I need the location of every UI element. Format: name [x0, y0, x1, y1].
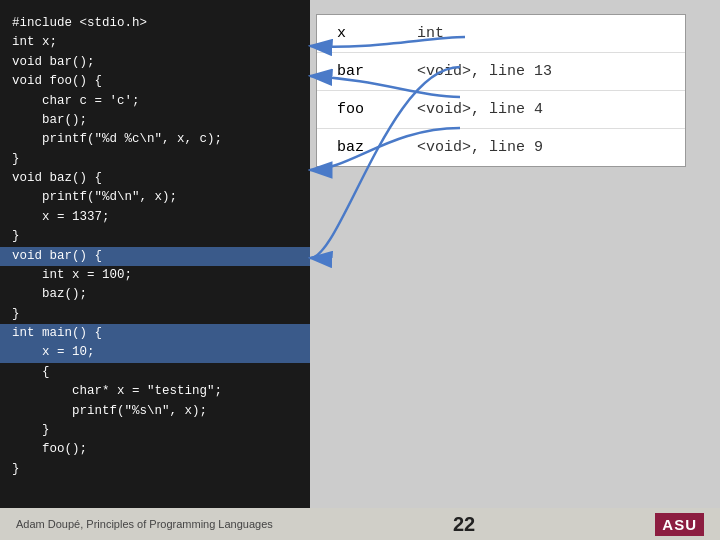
code-line-14: int x = 100; — [12, 268, 132, 282]
code-line-9: void baz() { — [12, 171, 102, 185]
symbol-type: <void>, line 13 — [397, 53, 685, 91]
symbol-name: baz — [317, 129, 397, 167]
code-line-23: foo(); — [12, 442, 87, 456]
asu-logo: ASU — [655, 513, 704, 536]
bottom-bar: Adam Doupé, Principles of Programming La… — [0, 508, 720, 540]
code-line-5: char c = 'c'; — [12, 94, 140, 108]
code-line-2: int x; — [12, 35, 57, 49]
code-line-3: void bar(); — [12, 55, 95, 69]
symbol-name: foo — [317, 91, 397, 129]
attribution-text: Adam Doupé, Principles of Programming La… — [16, 518, 273, 530]
symbol-table: x int bar <void>, line 13 foo <void>, li… — [317, 15, 685, 166]
symbol-type: <void>, line 4 — [397, 91, 685, 129]
code-panel: #include <stdio.h> int x; void bar(); vo… — [0, 0, 310, 540]
symbol-name: x — [317, 15, 397, 53]
code-line-12: } — [12, 229, 20, 243]
code-line-8: } — [12, 152, 20, 166]
symbol-type: <void>, line 9 — [397, 129, 685, 167]
code-line-20: char* x = "testing"; — [12, 384, 222, 398]
code-line-13: void bar() { — [0, 247, 310, 266]
code-line-1: #include <stdio.h> — [12, 16, 147, 30]
code-line-21: printf("%s\n", x); — [12, 404, 207, 418]
symbol-type: int — [397, 15, 685, 53]
code-line-17: int main() { — [0, 324, 310, 343]
code-line-4: void foo() { — [12, 74, 102, 88]
table-row: x int — [317, 15, 685, 53]
code-line-6: bar(); — [12, 113, 87, 127]
code-line-11: x = 1337; — [12, 210, 110, 224]
code-line-24: } — [12, 462, 20, 476]
slide-container: #include <stdio.h> int x; void bar(); vo… — [0, 0, 720, 540]
code-line-10: printf("%d\n", x); — [12, 190, 177, 204]
code-line-18: x = 10; — [0, 343, 310, 362]
code-line-16: } — [12, 307, 20, 321]
table-row: foo <void>, line 4 — [317, 91, 685, 129]
page-number: 22 — [453, 513, 475, 536]
table-panel: x int bar <void>, line 13 foo <void>, li… — [316, 14, 686, 167]
code-line-19: { — [12, 365, 50, 379]
table-row: bar <void>, line 13 — [317, 53, 685, 91]
table-row: baz <void>, line 9 — [317, 129, 685, 167]
code-line-15: baz(); — [12, 287, 87, 301]
code-line-7: printf("%d %c\n", x, c); — [12, 132, 222, 146]
code-line-22: } — [12, 423, 50, 437]
symbol-name: bar — [317, 53, 397, 91]
code-block: #include <stdio.h> int x; void bar(); vo… — [12, 14, 298, 479]
